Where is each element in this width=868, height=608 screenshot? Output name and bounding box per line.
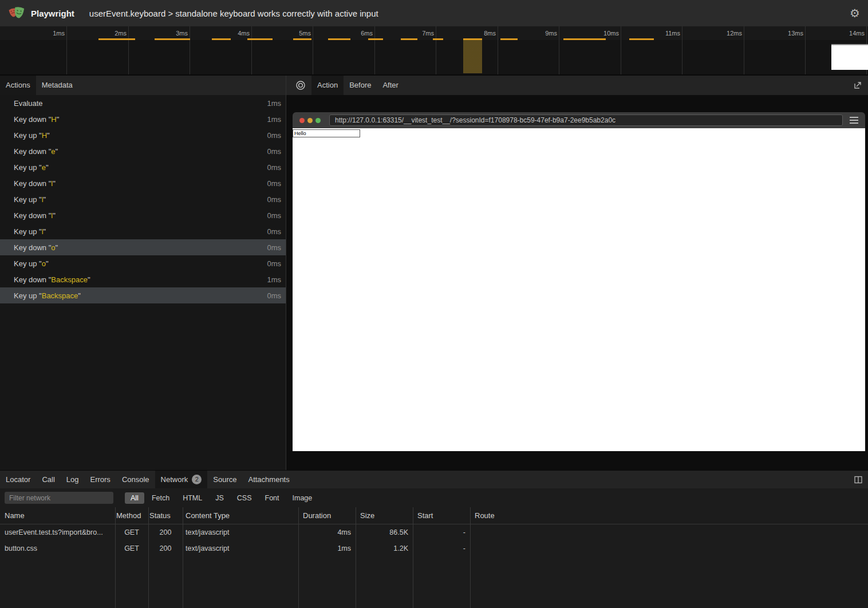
- action-row[interactable]: Key down "o"0ms: [0, 239, 286, 255]
- action-name: Key up "o": [14, 259, 267, 268]
- action-row[interactable]: Key up "H"0ms: [0, 127, 286, 143]
- action-row[interactable]: Key up "l"0ms: [0, 191, 286, 207]
- tab-source[interactable]: Source: [207, 471, 242, 488]
- request-method: GET: [115, 540, 148, 556]
- action-key-value: o: [42, 259, 46, 268]
- timeline-time-label: 2ms: [92, 30, 127, 37]
- timeline-action-tick: [155, 38, 190, 40]
- column-header-content-type[interactable]: Content Type: [183, 507, 298, 524]
- timeline-time-label: 8ms: [461, 30, 496, 37]
- request-status: 200: [148, 540, 183, 556]
- action-row[interactable]: Key down "l"0ms: [0, 207, 286, 223]
- action-name: Evaluate: [14, 99, 267, 108]
- request-status: 200: [148, 524, 183, 540]
- tab-label: Before: [349, 81, 371, 89]
- tab-call[interactable]: Call: [36, 471, 60, 488]
- action-name: Key down "l": [14, 179, 267, 188]
- action-duration: 0ms: [267, 243, 281, 252]
- filter-chip-font[interactable]: Font: [259, 492, 285, 504]
- column-header-start[interactable]: Start: [413, 507, 470, 524]
- timeline-gridline: [436, 26, 436, 74]
- page-text-input[interactable]: [293, 129, 360, 137]
- snapshot-panel: ActionBeforeAfter http://127.0.0.1:63315…: [286, 76, 868, 470]
- tab-network[interactable]: Network2: [155, 471, 208, 488]
- network-request-row[interactable]: button.cssGET200text/javascript1ms1.2K-: [0, 540, 868, 556]
- pick-locator-icon[interactable]: [295, 80, 306, 90]
- action-quote: ": [44, 227, 46, 236]
- network-request-row[interactable]: userEvent.test.ts?import&bro...GET200tex…: [0, 524, 868, 540]
- tab-console[interactable]: Console: [116, 471, 155, 488]
- action-quote: ": [46, 259, 49, 268]
- network-filter-input[interactable]: [5, 492, 113, 504]
- action-duration: 0ms: [267, 179, 281, 188]
- column-header-method[interactable]: Method: [115, 507, 148, 524]
- timeline-time-label: 5ms: [277, 30, 311, 37]
- action-duration: 0ms: [267, 195, 281, 204]
- request-start: -: [413, 540, 470, 556]
- address-bar[interactable]: http://127.0.0.1:63315/__vitest_test__/?…: [329, 115, 843, 126]
- action-row[interactable]: Key down "Backspace"1ms: [0, 271, 286, 287]
- column-header-name[interactable]: Name: [0, 507, 115, 524]
- action-row[interactable]: Key up "e"0ms: [0, 159, 286, 175]
- timeline-gridline: [498, 26, 498, 74]
- browser-chrome: http://127.0.0.1:63315/__vitest_test__/?…: [293, 112, 865, 128]
- filter-chip-js[interactable]: JS: [210, 492, 230, 504]
- timeline-time-label: 13ms: [769, 30, 803, 37]
- filter-chip-html[interactable]: HTML: [177, 492, 208, 504]
- actions-panel: ActionsMetadata Evaluate1msKey down "H"1…: [0, 76, 286, 470]
- action-quote: ": [78, 291, 81, 300]
- split-columns-icon[interactable]: [854, 475, 863, 484]
- timeline-action-tick: [500, 38, 518, 40]
- timeline-time-label: 9ms: [523, 30, 557, 37]
- tab-locator[interactable]: Locator: [0, 471, 36, 488]
- action-row[interactable]: Evaluate1ms: [0, 95, 286, 111]
- request-size: 1.2K: [356, 540, 413, 556]
- tab-before[interactable]: Before: [344, 76, 377, 95]
- action-duration: 0ms: [267, 259, 281, 268]
- filter-chip-fetch[interactable]: Fetch: [146, 492, 175, 504]
- tab-action[interactable]: Action: [311, 76, 344, 95]
- tab-after[interactable]: After: [377, 76, 404, 95]
- timeline-action-tick: [629, 38, 654, 40]
- request-start: -: [413, 524, 470, 540]
- timeline-time-label: 6ms: [338, 30, 373, 37]
- action-row[interactable]: Key down "H"1ms: [0, 111, 286, 127]
- filter-chip-all[interactable]: All: [125, 492, 144, 504]
- action-row[interactable]: Key down "l"0ms: [0, 175, 286, 191]
- timeline-selected-range[interactable]: [463, 38, 482, 73]
- action-key-value: o: [51, 243, 55, 252]
- action-row[interactable]: Key up "o"0ms: [0, 255, 286, 271]
- filter-chip-css[interactable]: CSS: [231, 492, 258, 504]
- action-duration: 0ms: [267, 163, 281, 172]
- tab-actions[interactable]: Actions: [0, 76, 36, 95]
- column-header-duration[interactable]: Duration: [298, 507, 356, 524]
- action-name: Key down "l": [14, 211, 267, 220]
- tab-attachments[interactable]: Attachments: [242, 471, 295, 488]
- timeline-gridline: [128, 26, 129, 74]
- timeline-time-label: 1ms: [30, 30, 65, 37]
- column-header-status[interactable]: Status: [148, 507, 183, 524]
- action-row[interactable]: Key up "l"0ms: [0, 223, 286, 239]
- network-table-header: NameMethodStatusContent TypeDurationSize…: [0, 507, 868, 524]
- tab-label: Console: [122, 471, 149, 488]
- column-header-size[interactable]: Size: [356, 507, 413, 524]
- actions-tabbar: ActionsMetadata: [0, 76, 286, 95]
- tab-log[interactable]: Log: [61, 471, 85, 488]
- hamburger-menu-icon[interactable]: [850, 117, 858, 124]
- tab-metadata[interactable]: Metadata: [36, 76, 78, 95]
- request-content-type: text/javascript: [183, 540, 298, 556]
- action-row[interactable]: Key down "e"0ms: [0, 143, 286, 159]
- app-header: Playwright userEvent.keyboard > standalo…: [0, 0, 868, 26]
- timeline[interactable]: 1ms2ms3ms4ms5ms6ms7ms8ms9ms10ms11ms12ms1…: [0, 26, 868, 76]
- timeline-gridline: [805, 26, 806, 74]
- action-key-value: e: [51, 147, 55, 156]
- action-row[interactable]: Key up "Backspace"0ms: [0, 287, 286, 303]
- open-external-icon[interactable]: [853, 81, 862, 90]
- action-duration: 0ms: [267, 227, 281, 236]
- tab-errors[interactable]: Errors: [84, 471, 116, 488]
- filter-chip-image[interactable]: Image: [287, 492, 318, 504]
- action-prefix: Key down: [14, 147, 49, 156]
- gear-icon[interactable]: ⚙: [850, 7, 860, 19]
- timeline-screenshot-thumbnail[interactable]: [831, 44, 868, 70]
- column-header-route[interactable]: Route: [470, 507, 868, 524]
